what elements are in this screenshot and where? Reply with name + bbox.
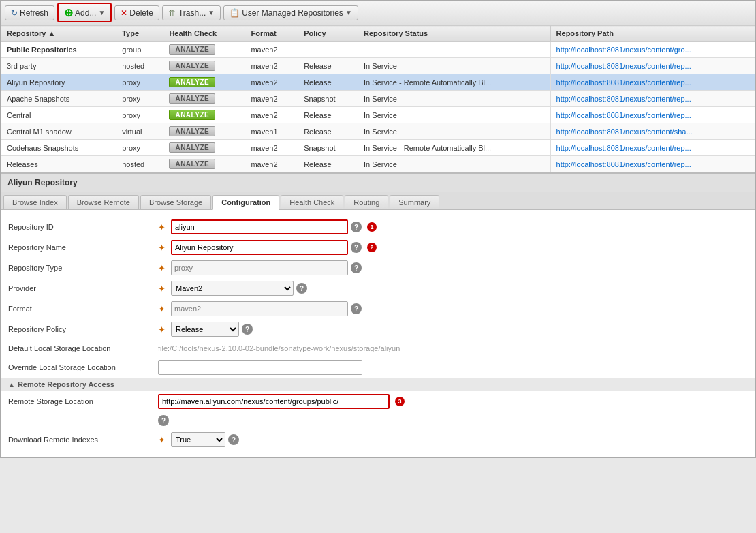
analyze-button[interactable]: ANALYZE: [169, 93, 215, 104]
policy-row: Repository Policy ✦ Release Snapshot ?: [1, 319, 755, 339]
remote-location-help[interactable]: ?: [158, 415, 169, 426]
repo-status-cell: In Service: [358, 123, 551, 140]
repo-id-row: Repository ID ✦ ? 1: [1, 217, 755, 237]
user-managed-label: User Managed Repositories: [242, 8, 343, 18]
trash-icon: 🗑: [168, 8, 176, 18]
refresh-button[interactable]: ↻ Refresh: [5, 5, 54, 20]
format-label: Format: [8, 305, 158, 313]
table-row[interactable]: CentralproxyANALYZEmaven2ReleaseIn Servi…: [1, 107, 755, 123]
repo-policy-cell: Snapshot: [298, 91, 358, 107]
remote-location-row: Remote Storage Location 3: [1, 391, 755, 412]
table-row[interactable]: Aliyun RepositoryproxyANALYZEmaven2Relea…: [1, 74, 755, 91]
provider-help[interactable]: ?: [296, 283, 307, 294]
remote-access-label: Remote Repository Access: [18, 380, 114, 389]
repo-path-link[interactable]: http://localhost:8081/nexus/content/rep.…: [556, 62, 691, 70]
analyze-button[interactable]: ANALYZE: [169, 61, 215, 71]
repo-path-cell: http://localhost:8081/nexus/content/rep.…: [550, 140, 755, 156]
analyze-button[interactable]: ANALYZE: [169, 126, 215, 136]
analyze-button[interactable]: ANALYZE: [169, 159, 215, 169]
override-storage-value-container: [158, 360, 748, 375]
badge-2: 2: [367, 243, 377, 252]
provider-value-container: ✦ Maven2 ?: [158, 281, 748, 296]
tab-summary[interactable]: Summary: [390, 195, 439, 209]
override-storage-input[interactable]: [158, 360, 362, 375]
analyze-button[interactable]: ANALYZE: [169, 44, 215, 55]
col-path[interactable]: Repository Path: [550, 26, 755, 42]
repo-type-row: Repository Type ✦ ?: [1, 258, 755, 278]
repo-type-label: Repository Type: [8, 264, 158, 272]
tab-bar: Browse Index Browse Remote Browse Storag…: [1, 192, 755, 210]
table-row[interactable]: ReleaseshostedANALYZEmaven2ReleaseIn Ser…: [1, 156, 755, 172]
tab-configuration[interactable]: Configuration: [212, 195, 279, 210]
table-row[interactable]: 3rd partyhostedANALYZEmaven2ReleaseIn Se…: [1, 58, 755, 74]
repo-format-cell: maven2: [245, 58, 298, 74]
repo-name-input[interactable]: [171, 240, 348, 255]
tab-browse-remote[interactable]: Browse Remote: [68, 195, 139, 209]
col-type[interactable]: Type: [116, 26, 163, 42]
repo-type-cell: hosted: [116, 156, 163, 172]
repo-path-link[interactable]: http://localhost:8081/nexus/content/sha.…: [556, 127, 693, 136]
repo-path-link[interactable]: http://localhost:8081/nexus/content/rep.…: [556, 78, 691, 87]
repo-path-cell: http://localhost:8081/nexus/content/rep.…: [550, 156, 755, 172]
policy-help[interactable]: ?: [242, 324, 253, 335]
col-status[interactable]: Repository Status: [358, 26, 551, 42]
repo-name-cell: Public Repositories: [1, 42, 116, 58]
provider-select[interactable]: Maven2: [171, 281, 294, 296]
user-managed-button[interactable]: 📋 User Managed Repositories ▼: [223, 5, 358, 20]
table-row[interactable]: Public RepositoriesgroupANALYZEmaven2htt…: [1, 42, 755, 58]
badge-3: 3: [395, 397, 405, 406]
repo-status-cell: In Service: [358, 58, 551, 74]
remote-location-input[interactable]: [158, 394, 390, 409]
col-health-check[interactable]: Health Check: [163, 26, 245, 42]
table-row[interactable]: Central M1 shadowvirtualANALYZEmaven1Rel…: [1, 123, 755, 140]
repo-type-help[interactable]: ?: [351, 262, 362, 273]
badge-1: 1: [367, 222, 377, 232]
format-row: Format ✦ ?: [1, 299, 755, 319]
repo-type-cell: proxy: [116, 91, 163, 107]
repo-name-cell: 3rd party: [1, 58, 116, 74]
provider-row: Provider ✦ Maven2 ?: [1, 278, 755, 299]
table-row[interactable]: Codehaus SnapshotsproxyANALYZEmaven2Snap…: [1, 140, 755, 156]
default-storage-row: Default Local Storage Location file:/C:/…: [1, 339, 755, 357]
repo-health-cell: ANALYZE: [163, 42, 245, 58]
tab-browse-storage[interactable]: Browse Storage: [140, 195, 211, 209]
repo-path-link[interactable]: http://localhost:8081/nexus/content/rep.…: [556, 160, 691, 168]
analyze-button[interactable]: ANALYZE: [169, 77, 215, 87]
format-help[interactable]: ?: [351, 303, 362, 314]
repo-policy-cell: Release: [298, 58, 358, 74]
repo-policy-cell: Release: [298, 107, 358, 123]
delete-label: Delete: [129, 8, 153, 18]
tab-routing[interactable]: Routing: [345, 195, 388, 209]
trash-button[interactable]: 🗑 Trash... ▼: [162, 5, 221, 20]
repo-id-help[interactable]: ?: [351, 222, 362, 232]
repo-format-cell: maven2: [245, 156, 298, 172]
detail-panel: Aliyun Repository Browse Index Browse Re…: [1, 172, 755, 457]
repo-path-link[interactable]: http://localhost:8081/nexus/content/gro.…: [556, 46, 691, 54]
remote-access-section[interactable]: ▲ Remote Repository Access: [1, 378, 755, 391]
analyze-button[interactable]: ANALYZE: [169, 110, 215, 120]
repo-path-link[interactable]: http://localhost:8081/nexus/content/rep.…: [556, 144, 691, 152]
repo-path-link[interactable]: http://localhost:8081/nexus/content/rep.…: [556, 95, 691, 103]
repo-health-cell: ANALYZE: [163, 123, 245, 140]
repo-policy-cell: Release: [298, 156, 358, 172]
add-button[interactable]: ⊕ Add... ▼: [57, 3, 112, 22]
repo-id-input[interactable]: [171, 219, 348, 234]
repo-policy-cell: [298, 42, 358, 58]
repo-name-help[interactable]: ?: [351, 242, 362, 253]
tab-browse-index[interactable]: Browse Index: [3, 195, 67, 209]
col-repository[interactable]: Repository ▲: [1, 26, 116, 42]
policy-select[interactable]: Release Snapshot: [171, 322, 239, 337]
col-format[interactable]: Format: [245, 26, 298, 42]
policy-required: ✦: [158, 324, 166, 335]
tab-health-check[interactable]: Health Check: [281, 195, 343, 209]
table-row[interactable]: Apache SnapshotsproxyANALYZEmaven2Snapsh…: [1, 91, 755, 107]
col-policy[interactable]: Policy: [298, 26, 358, 42]
remote-location-value-container: 3: [158, 394, 748, 409]
download-indexes-help[interactable]: ?: [228, 434, 239, 445]
delete-button[interactable]: ✕ Delete: [114, 5, 159, 20]
analyze-button[interactable]: ANALYZE: [169, 142, 215, 153]
repo-path-link[interactable]: http://localhost:8081/nexus/content/rep.…: [556, 111, 691, 119]
repo-name-required: ✦: [158, 243, 166, 253]
download-indexes-select[interactable]: True False: [171, 432, 225, 447]
remote-location-help-row: ?: [1, 412, 755, 429]
